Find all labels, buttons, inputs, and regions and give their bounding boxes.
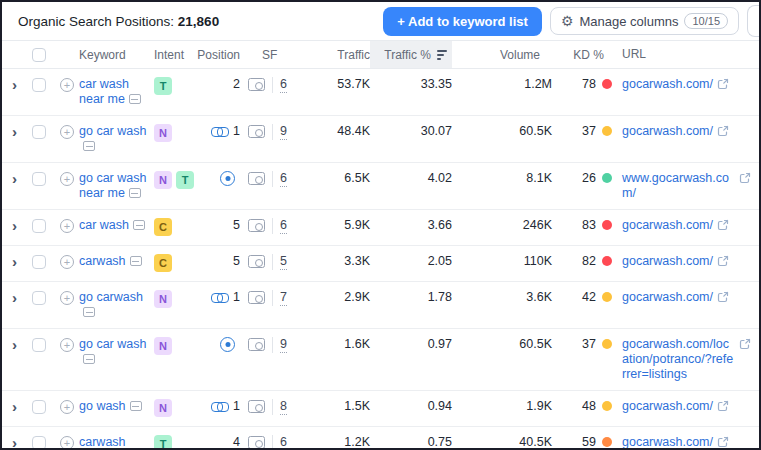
add-keyword-plus-icon[interactable]: +	[60, 125, 74, 139]
row-checkbox[interactable]	[32, 219, 46, 233]
serp-note-icon[interactable]	[129, 94, 141, 104]
serp-note-icon[interactable]	[83, 141, 95, 151]
keyword-cell: + go car wash	[60, 329, 154, 375]
url-link[interactable]: gocarwash.com/	[622, 77, 713, 92]
expand-chevron-icon[interactable]: ›	[12, 254, 17, 269]
expand-chevron-icon[interactable]: ›	[12, 290, 17, 305]
column-header-keyword[interactable]: Keyword	[60, 41, 154, 68]
row-checkbox[interactable]	[32, 78, 46, 92]
sf-count[interactable]: 5	[280, 254, 287, 270]
clipped-edge-button[interactable]	[747, 5, 759, 37]
expand-cell: ›	[12, 282, 32, 315]
manage-columns-button[interactable]: ⚙ Manage columns 10/15	[550, 7, 739, 35]
sf-count[interactable]: 6	[280, 77, 287, 93]
serp-note-icon[interactable]	[129, 188, 141, 198]
serp-preview-icon[interactable]	[248, 255, 265, 268]
column-header-traffic[interactable]: Traffic	[300, 41, 370, 68]
row-checkbox[interactable]	[32, 125, 46, 139]
url-link[interactable]: gocarwash.com/	[622, 254, 713, 269]
external-link-icon[interactable]	[717, 436, 729, 450]
url-link[interactable]: gocarwash.com/location/potranco/?referre…	[622, 337, 735, 382]
keyword-link[interactable]: go car wash	[79, 124, 146, 138]
select-all-checkbox[interactable]	[32, 48, 46, 62]
column-header-position[interactable]: Position	[196, 41, 248, 68]
column-header-url[interactable]: URL	[614, 41, 751, 68]
expand-chevron-icon[interactable]: ›	[12, 171, 17, 186]
keyword-link[interactable]: carwash	[79, 254, 126, 268]
external-link-icon[interactable]	[717, 219, 729, 235]
expand-chevron-icon[interactable]: ›	[12, 399, 17, 414]
serp-preview-icon[interactable]	[248, 78, 265, 91]
column-header-traffic-pct[interactable]: Traffic %	[370, 41, 452, 68]
expand-chevron-icon[interactable]: ›	[12, 435, 17, 450]
volume-value: 60.5K	[452, 329, 552, 360]
row-checkbox[interactable]	[32, 255, 46, 269]
external-link-icon[interactable]	[739, 338, 751, 354]
url-link[interactable]: gocarwash.com/	[622, 290, 713, 305]
serp-note-icon[interactable]	[130, 256, 142, 266]
keyword-link[interactable]: carwash near me	[79, 435, 126, 450]
sf-count[interactable]: 6	[280, 218, 287, 234]
external-link-icon[interactable]	[717, 255, 729, 271]
sf-count[interactable]: 6	[280, 171, 287, 187]
page-title-label: Organic Search Positions:	[18, 14, 174, 29]
sf-count[interactable]: 7	[280, 290, 287, 306]
expand-chevron-icon[interactable]: ›	[12, 337, 17, 352]
column-header-kd[interactable]: KD %	[552, 41, 614, 68]
serp-note-icon[interactable]	[83, 354, 95, 364]
table-row: › + go wash N 1 8 1.5K 0.94 1.9K 48	[2, 391, 759, 427]
sf-count[interactable]: 6	[280, 435, 287, 450]
checkbox-cell	[32, 246, 60, 281]
keyword-link[interactable]: car wash near me	[79, 77, 129, 106]
external-link-icon[interactable]	[739, 172, 751, 188]
keyword-link[interactable]: car wash	[79, 218, 129, 232]
external-link-icon[interactable]	[717, 78, 729, 94]
add-keyword-plus-icon[interactable]: +	[60, 78, 74, 92]
column-header-intent[interactable]: Intent	[154, 41, 196, 68]
keyword-link[interactable]: go carwash	[79, 290, 143, 304]
url-link[interactable]: gocarwash.com/	[622, 124, 713, 139]
serp-preview-icon[interactable]	[248, 338, 265, 351]
url-link[interactable]: gocarwash.com/	[622, 435, 713, 450]
serp-preview-icon[interactable]	[248, 436, 265, 449]
add-keyword-plus-icon[interactable]: +	[60, 172, 74, 186]
add-keyword-plus-icon[interactable]: +	[60, 219, 74, 233]
serp-preview-icon[interactable]	[248, 172, 265, 185]
row-checkbox[interactable]	[32, 172, 46, 186]
url-link[interactable]: gocarwash.com/	[622, 218, 713, 233]
add-keyword-plus-icon[interactable]: +	[60, 338, 74, 352]
serp-note-icon[interactable]	[130, 401, 142, 411]
add-keyword-plus-icon[interactable]: +	[60, 436, 74, 450]
titlebar-actions: + Add to keyword list ⚙ Manage columns 1…	[383, 5, 759, 37]
external-link-icon[interactable]	[717, 125, 729, 141]
keyword-link[interactable]: go wash	[79, 399, 126, 413]
url-link[interactable]: gocarwash.com/	[622, 399, 713, 414]
traffic-value: 48.4K	[300, 116, 370, 147]
add-to-keyword-list-button[interactable]: + Add to keyword list	[383, 7, 542, 36]
serp-preview-icon[interactable]	[248, 400, 265, 413]
expand-chevron-icon[interactable]: ›	[12, 77, 17, 92]
keyword-link[interactable]: go car wash	[79, 337, 146, 351]
row-checkbox[interactable]	[32, 338, 46, 352]
row-checkbox[interactable]	[32, 291, 46, 305]
expand-chevron-icon[interactable]: ›	[12, 124, 17, 139]
external-link-icon[interactable]	[717, 400, 729, 416]
column-header-sf[interactable]: SF	[248, 41, 300, 68]
serp-preview-icon[interactable]	[248, 125, 265, 138]
sf-count[interactable]: 8	[280, 399, 287, 415]
serp-note-icon[interactable]	[133, 220, 145, 230]
external-link-icon[interactable]	[717, 291, 729, 307]
column-header-volume[interactable]: Volume	[452, 41, 552, 68]
add-keyword-plus-icon[interactable]: +	[60, 291, 74, 305]
serp-note-icon[interactable]	[83, 307, 95, 317]
add-keyword-plus-icon[interactable]: +	[60, 400, 74, 414]
serp-preview-icon[interactable]	[248, 291, 265, 304]
url-link[interactable]: www.gocarwash.com/	[622, 171, 735, 201]
add-keyword-plus-icon[interactable]: +	[60, 255, 74, 269]
sf-count[interactable]: 9	[280, 337, 287, 353]
row-checkbox[interactable]	[32, 400, 46, 414]
row-checkbox[interactable]	[32, 436, 46, 450]
serp-preview-icon[interactable]	[248, 219, 265, 232]
expand-chevron-icon[interactable]: ›	[12, 218, 17, 233]
sf-count[interactable]: 9	[280, 124, 287, 140]
